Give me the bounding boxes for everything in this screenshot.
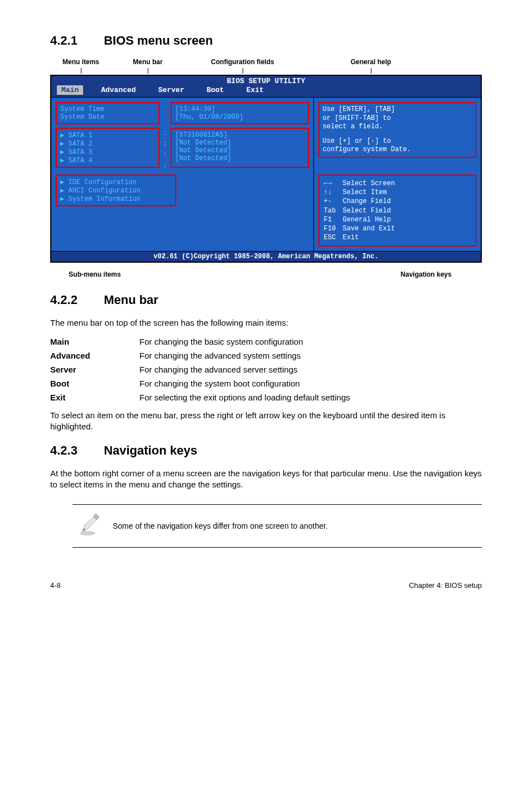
sata2-value: [Not Detected] <box>175 139 304 147</box>
term-boot: Boot <box>50 376 139 390</box>
menubar-definition-table: MainFor changing the basic system config… <box>50 335 350 404</box>
system-date-value[interactable]: [Thu, 01/08/2009] <box>175 113 304 121</box>
bios-screen: BIOS SETUP UTILITY Main Advanced Server … <box>50 75 482 263</box>
help-line: configure system Date. <box>323 146 472 154</box>
colon: : <box>159 129 171 137</box>
desc-exit: For selecting the exit options and loadi… <box>139 390 350 404</box>
colon: : <box>159 140 171 148</box>
term-main: Main <box>50 335 139 349</box>
section-4-2-2-title: 4.2.2 Menu bar <box>50 293 482 307</box>
nav-sym: ↑↓ <box>324 188 343 197</box>
page-number: 4-8 <box>50 581 61 590</box>
desc-main: For changing the basic system configurat… <box>139 335 350 349</box>
triangle-icon: ▶ <box>60 187 68 195</box>
system-time-value[interactable]: [13:44:30] <box>175 105 304 113</box>
bios-title: BIOS SETUP UTILITY <box>51 76 481 85</box>
bios-config-fields-box: [13:44:30] [Thu, 01/08/2009] <box>171 102 309 124</box>
triangle-icon: ▶ <box>60 140 68 148</box>
note-text: Some of the navigation keys differ from … <box>113 521 328 530</box>
bios-bottom-annotations: Sub-menu items Navigation keys <box>50 270 482 278</box>
help-line: Use [+] or [-] to <box>323 137 472 146</box>
menubar-intro: The menu bar on top of the screen has th… <box>50 317 482 328</box>
sata1-value: [ST3160812AS] <box>175 131 304 139</box>
desc-boot: For changing the system boot configurati… <box>139 376 350 390</box>
label-sub-menu: Sub-menu items <box>50 270 139 278</box>
label-config-fields: Configuration fields <box>184 58 301 66</box>
table-row: BootFor changing the system boot configu… <box>50 376 350 390</box>
table-row: AdvancedFor changing the advanced system… <box>50 349 350 363</box>
system-time-label[interactable]: System Time <box>60 105 155 113</box>
colon: : <box>159 151 171 159</box>
nav-sym: +- <box>324 197 343 206</box>
table-row: MainFor changing the basic system config… <box>50 335 350 349</box>
nav-desc: Select Field <box>343 207 391 215</box>
bios-nav-keys-box: ←→Select Screen ↑↓Select Item +-Change F… <box>318 175 476 247</box>
chapter-label: Chapter 4: BIOS setup <box>409 581 482 590</box>
submenu-ahci[interactable]: AHCI Configuration <box>68 187 141 195</box>
nav-sym: ESC <box>324 233 343 242</box>
desc-advanced: For changing the advanced system setting… <box>139 349 350 363</box>
sata3-label[interactable]: SATA 3 <box>68 148 92 156</box>
sata4-value: [Not Detected] <box>175 154 304 162</box>
bios-copyright-footer: v02.61 (C)Copyright 1985-2008, American … <box>51 251 481 262</box>
section-number: 4.2.3 <box>50 443 100 458</box>
section-heading: BIOS menu screen <box>104 33 213 47</box>
nav-desc: Select Screen <box>343 180 395 187</box>
sata1-label[interactable]: SATA 1 <box>68 132 92 139</box>
nav-desc: Exit <box>343 234 359 241</box>
triangle-icon: ▶ <box>60 195 68 203</box>
section-number: 4.2.2 <box>50 293 100 307</box>
bios-submenu-box: ▶ IDE Configuration ▶ AHCI Configuration… <box>56 175 176 206</box>
bios-sata-labels-box: ▶ SATA 1 ▶ SATA 2 ▶ SATA 3 ▶ SATA 4 <box>56 128 159 168</box>
triangle-icon: ▶ <box>60 157 68 165</box>
help-line: or [SHIFT-TAB] to <box>323 114 472 123</box>
submenu-ide[interactable]: IDE Configuration <box>68 178 136 186</box>
sata3-value: [Not Detected] <box>175 147 304 154</box>
bios-general-help-box: Use [ENTER], [TAB] or [SHIFT-TAB] to sel… <box>318 102 476 158</box>
label-general-help: General help <box>301 58 441 66</box>
section-4-2-1-title: 4.2.1 BIOS menu screen <box>50 33 482 48</box>
label-nav-keys: Navigation keys <box>370 270 482 278</box>
nav-sym: F10 <box>324 224 343 233</box>
section-heading: Menu bar <box>104 293 158 307</box>
triangle-icon: ▶ <box>60 178 68 186</box>
table-row: ServerFor changing the advanced server s… <box>50 363 350 376</box>
sata4-label[interactable]: SATA 4 <box>68 157 92 165</box>
help-line: select a field. <box>323 123 472 132</box>
bios-menu-items-box: System Time System Date <box>56 102 159 124</box>
bios-right-pane: Use [ENTER], [TAB] or [SHIFT-TAB] to sel… <box>313 98 481 251</box>
nav-desc: Save and Exit <box>343 225 395 233</box>
tick-row-bottom <box>50 263 482 268</box>
bios-sata-values-box: [ST3160812AS] [Not Detected] [Not Detect… <box>171 128 309 168</box>
section-heading: Navigation keys <box>104 443 197 457</box>
bios-menu-server[interactable]: Server <box>154 85 189 95</box>
pencil-icon <box>77 513 101 539</box>
nav-sym: ←→ <box>324 179 343 188</box>
nav-sym: Tab <box>324 206 343 215</box>
bios-menu-exit[interactable]: Exit <box>242 85 268 95</box>
term-server: Server <box>50 363 139 376</box>
triangle-icon: ▶ <box>60 132 68 139</box>
bios-menu-main[interactable]: Main <box>57 85 83 95</box>
section-4-2-3-title: 4.2.3 Navigation keys <box>50 443 482 458</box>
menubar-outro: To select an item on the menu bar, press… <box>50 410 482 433</box>
submenu-sysinfo[interactable]: System Information <box>68 195 141 203</box>
system-date-label[interactable]: System Date <box>60 113 155 121</box>
bios-menu-boot[interactable]: Boot <box>202 85 228 95</box>
table-row: ExitFor selecting the exit options and l… <box>50 390 350 404</box>
nav-desc: General Help <box>343 216 391 224</box>
sata2-label[interactable]: SATA 2 <box>68 140 92 148</box>
colon: : <box>159 162 171 170</box>
help-line: Use [ENTER], [TAB] <box>323 105 472 114</box>
bios-top-annotations: Menu items Menu bar Configuration fields… <box>50 58 482 66</box>
navkeys-text: At the bottom right corner of a menu scr… <box>50 468 482 491</box>
page-footer: 4-8 Chapter 4: BIOS setup <box>50 581 482 590</box>
note-box: Some of the navigation keys differ from … <box>72 504 482 548</box>
section-number: 4.2.1 <box>50 33 100 48</box>
bios-left-pane: System Time System Date [13:44:30] [Thu,… <box>51 98 313 251</box>
term-exit: Exit <box>50 390 139 404</box>
bios-menu-advanced[interactable]: Advanced <box>96 85 140 95</box>
label-menu-items: Menu items <box>50 58 112 66</box>
desc-server: For changing the advanced server setting… <box>139 363 350 376</box>
label-menu-bar: Menu bar <box>112 58 184 66</box>
